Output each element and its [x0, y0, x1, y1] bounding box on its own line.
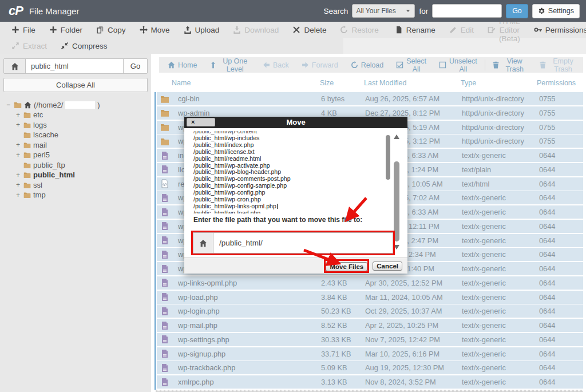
tree-item-label: etc — [33, 110, 43, 119]
forward-icon — [302, 61, 309, 69]
home-icon[interactable] — [193, 232, 213, 254]
sidebar-item-mail[interactable]: +mail — [5, 140, 151, 151]
column-header-size[interactable]: Size — [320, 79, 334, 87]
toolbar-upload-button[interactable]: Upload — [177, 22, 227, 38]
file-type: text/html — [462, 177, 489, 191]
filebar-up-one-level-button[interactable]: Up One Level — [203, 57, 256, 73]
toolbar-compress-button[interactable]: Compress — [54, 38, 114, 54]
move-files-button[interactable]: Move Files — [326, 262, 367, 271]
home-icon[interactable] — [4, 59, 26, 73]
table-row[interactable]: wp-settings.php30.33 KBNov 7, 2025, 12:4… — [157, 333, 583, 346]
tree-item-label: public_html — [33, 171, 75, 179]
column-header-name[interactable]: Name — [172, 79, 191, 87]
file-permissions: 0755 — [539, 134, 555, 148]
filebar-select-all-button[interactable]: Select All — [390, 57, 433, 73]
table-row[interactable]: wp-load.php3.84 KBMar 11, 2024, 10:05 AM… — [157, 291, 583, 304]
expand-icon[interactable]: + — [15, 191, 21, 199]
close-icon[interactable]: × — [187, 118, 215, 126]
sidebar-path-input[interactable] — [26, 59, 123, 73]
folder-icon — [23, 151, 31, 159]
main-toolbar: FileFolderCopyMoveUploadDownloadDeleteRe… — [0, 22, 586, 54]
table-row[interactable]: wp-links-opml.php2.43 KBApr 30, 2025, 12… — [157, 276, 583, 290]
file-size: 8.52 KB — [321, 319, 347, 332]
table-row[interactable]: wp-login.php50.23 KBOct 29, 2025, 10:37 … — [157, 304, 583, 318]
file-name: xmlrpc.php — [178, 375, 214, 389]
toolbar-file-button[interactable]: File — [5, 22, 42, 38]
expand-icon[interactable]: + — [15, 141, 21, 149]
cancel-button[interactable]: Cancel — [373, 262, 402, 271]
toolbar-edit-label: Edit — [461, 26, 474, 34]
file-modified: Nov 7, 2025, 12:42 PM — [365, 333, 440, 346]
file-type: text/x-generic — [462, 234, 506, 247]
search-input[interactable] — [432, 4, 502, 18]
toolbar-extract-button: Extract — [5, 38, 54, 54]
expand-icon[interactable]: + — [15, 151, 21, 159]
file-permissions: 0644 — [539, 262, 555, 275]
file-type: httpd/unix-directory — [462, 106, 524, 120]
sidebar-item-perl5[interactable]: +perl5 — [5, 150, 151, 160]
toolbar-permissions-button[interactable]: Permissions — [527, 22, 586, 38]
filebar-home-button[interactable]: Home — [161, 57, 203, 73]
extract-icon — [11, 42, 19, 50]
tree-root-home[interactable]: − (/home2/ ) — [5, 100, 151, 110]
copy-icon — [96, 26, 104, 34]
move-file-path: /public_html/license.txt — [193, 149, 382, 156]
sidebar-item-tmp[interactable]: +tmp — [5, 190, 151, 200]
expand-icon[interactable]: + — [15, 121, 21, 129]
back-icon — [263, 61, 270, 69]
table-row[interactable]: cgi-bin6 bytesAug 26, 2025, 6:57 AMhttpd… — [157, 92, 583, 105]
file-modified: Apr 30, 2025, 12:52 PM — [365, 276, 442, 290]
file-list-scrollbar-thumb[interactable] — [386, 135, 390, 180]
settings-button[interactable]: Settings — [532, 4, 580, 18]
sidebar-item-lscache[interactable]: lscache — [5, 130, 151, 140]
search-go-button[interactable]: Go — [506, 4, 528, 18]
folder-icon — [23, 131, 31, 138]
column-header-type[interactable]: Type — [461, 79, 476, 87]
column-header-permissions[interactable]: Permissions — [537, 79, 576, 87]
filebar-reload-button[interactable]: Reload — [345, 57, 390, 73]
sidebar-item-etc[interactable]: +etc — [5, 110, 151, 120]
trash-icon — [539, 61, 547, 69]
table-row[interactable]: wp-trackback.php5.09 KBAug 19, 2025, 12:… — [157, 361, 583, 374]
table-row[interactable]: xmlrpc.php3.13 KBNov 8, 2024, 3:52 PMtex… — [157, 375, 583, 389]
sidebar-item-public_ftp[interactable]: public_ftp — [5, 160, 151, 171]
toolbar-delete-button[interactable]: Delete — [286, 22, 333, 38]
toolbar-move-label: Move — [151, 26, 170, 34]
toolbar-rename-button[interactable]: Rename — [388, 22, 442, 38]
expand-icon[interactable]: + — [15, 171, 21, 179]
filebar-view-trash-button[interactable]: View Trash — [486, 57, 533, 73]
scroll-up-arrow-icon[interactable] — [394, 134, 399, 139]
toolbar-copy-button[interactable]: Copy — [89, 22, 133, 38]
pfile-icon — [160, 349, 169, 358]
expand-icon[interactable]: + — [15, 181, 21, 189]
sidebar-item-logs[interactable]: +logs — [5, 120, 151, 130]
tree-root-label: (/home2/ — [34, 101, 63, 109]
move-file-path: /public_html/wp-load.php — [193, 210, 382, 213]
tree-item-label: ssl — [33, 181, 42, 189]
sidebar-item-public_html[interactable]: +public_html — [5, 170, 151, 180]
destination-path-input[interactable] — [213, 232, 393, 254]
filebar-unselect-all-button[interactable]: Unselect All — [433, 57, 484, 73]
file-type: text/x-generic — [462, 276, 506, 290]
expand-icon[interactable]: + — [15, 111, 21, 119]
toolbar-folder-button[interactable]: Folder — [42, 22, 89, 38]
toolbar-move-button[interactable]: Move — [133, 22, 177, 38]
settings-label: Settings — [548, 7, 574, 15]
key-icon — [534, 26, 542, 34]
collapse-all-button[interactable]: Collapse All — [3, 78, 148, 92]
sidebar-go-button[interactable]: Go — [123, 59, 147, 73]
sidebar-item-ssl[interactable]: +ssl — [5, 180, 151, 191]
pfile-icon — [160, 278, 169, 287]
search-scope-select[interactable]: All Your Files — [352, 4, 415, 18]
collapse-expander[interactable]: − — [5, 101, 11, 109]
table-row[interactable]: wp-signup.php33.71 KBMar 10, 2025, 6:16 … — [157, 347, 583, 361]
pfile-icon — [160, 335, 169, 344]
filebar-up-one-level-label: Up One Level — [220, 57, 250, 73]
dialog-scrollbar-thumb[interactable] — [394, 161, 399, 241]
search-label: Search — [324, 7, 349, 15]
table-row[interactable]: wp-mail.php8.52 KBApr 2, 2025, 10:25 PMt… — [157, 319, 583, 332]
filebar-unselect-all-label: Unselect All — [449, 57, 477, 73]
file-modified: Aug 26, 2025, 6:57 AM — [365, 92, 440, 105]
file-size: 5.09 KB — [321, 361, 347, 374]
column-header-last-modified[interactable]: Last Modified — [364, 79, 406, 87]
